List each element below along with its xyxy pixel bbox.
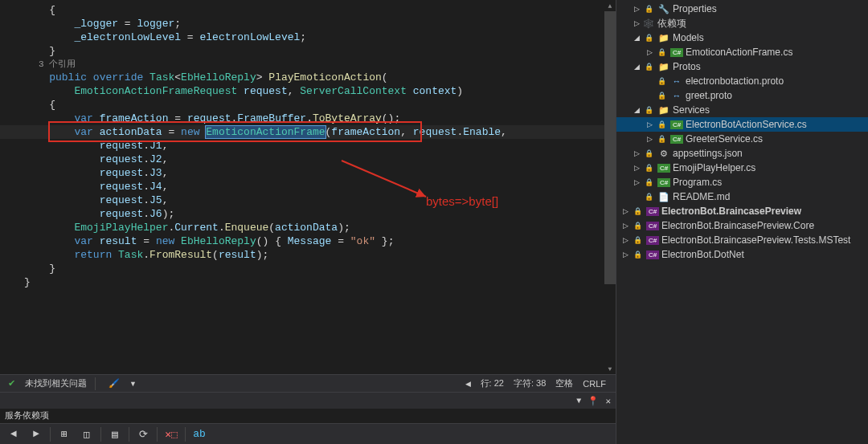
- editor-statusbar: ✔ 未找到相关问题 🖌️ ▼ ◀ 行: 22 字符: 38 空格 CRLF: [0, 374, 616, 392]
- tree-item-services-folder[interactable]: ◢🔒📁Services: [616, 103, 868, 117]
- tree-item-cs-file[interactable]: ▷🔒C#EmojiPlayHelper.cs: [616, 161, 868, 175]
- toolbar-icon[interactable]: ✕⬚: [161, 426, 182, 443]
- code-line-active[interactable]: var actionData = new EmoticonActionFrame…: [0, 125, 616, 139]
- scroll-down-icon[interactable]: ▼: [604, 363, 616, 374]
- tree-item-cs-file[interactable]: ▷🔒C#Program.cs: [616, 175, 868, 189]
- tree-item-protos-folder[interactable]: ◢🔒📁Protos: [616, 59, 868, 74]
- close-panel-icon[interactable]: ✕: [605, 396, 611, 406]
- code-line[interactable]: public override Task<EbHelloReply> PlayE…: [0, 71, 616, 84]
- toolbar-icon[interactable]: ▤: [104, 426, 125, 443]
- toolbar-icon[interactable]: ⟳: [133, 426, 154, 443]
- tree-item-project[interactable]: ▷🔒C#ElectronBot.BraincasePreview.Core: [616, 218, 868, 233]
- code-line[interactable]: var frameAction = request.FrameBuffer.To…: [0, 112, 616, 125]
- scroll-thumb[interactable]: [604, 11, 616, 284]
- tree-item-proto-file[interactable]: 🔒↔greet.proto: [616, 88, 868, 103]
- line-indicator[interactable]: 行: 22: [481, 377, 504, 389]
- tree-item-models-folder[interactable]: ◢🔒📁Models: [616, 31, 868, 45]
- toolbar-icon[interactable]: ⊞: [54, 426, 75, 443]
- panel-title: 服务依赖项: [0, 409, 616, 423]
- code-line[interactable]: request.J2,: [0, 153, 616, 166]
- code-line[interactable]: request.J6);: [0, 207, 616, 221]
- code-line[interactable]: {: [0, 3, 616, 17]
- issues-ok-icon[interactable]: ✔: [3, 377, 20, 390]
- code-line[interactable]: }: [0, 44, 616, 58]
- tree-item-json-file[interactable]: ▷🔒⚙appsettings.json: [616, 146, 868, 161]
- code-line[interactable]: var result = new EbHelloReply() { Messag…: [0, 234, 616, 248]
- toolbar-icon[interactable]: ◫: [76, 426, 97, 443]
- tree-item-md-file[interactable]: 🔒📄README.md: [616, 189, 868, 204]
- tree-item-proto-file[interactable]: 🔒↔electronbotaction.proto: [616, 74, 868, 88]
- code-line[interactable]: request.J3,: [0, 166, 616, 180]
- tree-item-dependencies[interactable]: ▷🕸️依赖项: [616, 16, 868, 31]
- scroll-up-icon[interactable]: ▲: [604, 0, 616, 11]
- code-editor[interactable]: { _logger = logger; _electronLowLevel = …: [0, 0, 616, 444]
- col-indicator[interactable]: 字符: 38: [514, 377, 546, 389]
- code-line[interactable]: _electronLowLevel = electronLowLevel;: [0, 31, 616, 44]
- crlf-indicator[interactable]: CRLF: [583, 379, 606, 389]
- code-line[interactable]: _logger = logger;: [0, 17, 616, 31]
- tree-item-project[interactable]: ▷🔒C#ElectronBot.BraincasePreview.Tests.M…: [616, 233, 868, 247]
- code-line[interactable]: EmoticonActionFrameRequest request, Serv…: [0, 84, 616, 98]
- tree-item-cs-file[interactable]: ▷🔒C#EmoticonActionFrame.cs: [616, 45, 868, 59]
- code-line[interactable]: request.J4,: [0, 180, 616, 193]
- tree-item-cs-file[interactable]: ▷🔒C#GreeterService.cs: [616, 132, 868, 146]
- code-line[interactable]: return Task.FromResult(result);: [0, 248, 616, 262]
- vertical-scrollbar[interactable]: ▲ ▼: [604, 0, 616, 374]
- code-line[interactable]: }: [0, 275, 616, 289]
- toolbar-fwd-icon[interactable]: ►: [26, 426, 47, 443]
- code-line[interactable]: }: [0, 262, 616, 275]
- bottom-toolbar: ◄ ► ⊞ ◫ ▤ ⟳ ✕⬚ ab: [0, 423, 616, 444]
- brush-icon[interactable]: 🖌️: [104, 377, 125, 390]
- pin-icon[interactable]: 📍: [588, 396, 599, 406]
- issues-text[interactable]: 未找到相关问题: [25, 377, 87, 389]
- tree-item-project[interactable]: ▷🔒C#ElectronBot.DotNet: [616, 247, 868, 262]
- code-line[interactable]: {: [0, 98, 616, 112]
- code-line[interactable]: request.J5,: [0, 193, 616, 207]
- nav-back-icon[interactable]: ◀: [465, 380, 471, 388]
- annotation-text: bytes=>byte[]: [426, 194, 498, 208]
- solution-explorer[interactable]: ▷🔒🔧Properties ▷🕸️依赖项 ◢🔒📁Models ▷🔒C#Emoti…: [616, 0, 868, 444]
- toolbar-back-icon[interactable]: ◄: [3, 426, 24, 443]
- code-line[interactable]: request.J1,: [0, 139, 616, 153]
- dropdown-icon[interactable]: ▼: [576, 397, 581, 405]
- toolbar-icon[interactable]: ab: [189, 426, 210, 443]
- tree-item-cs-file-selected[interactable]: ▷🔒C#ElectronBotActionService.cs: [616, 117, 868, 132]
- code-line[interactable]: EmojiPlayHelper.Current.Enqueue(actionDa…: [0, 221, 616, 234]
- tree-item-properties[interactable]: ▷🔒🔧Properties: [616, 2, 868, 16]
- spaces-indicator[interactable]: 空格: [555, 377, 573, 389]
- tree-item-project[interactable]: ▷🔒C#ElectronBot.BraincasePreview: [616, 204, 868, 218]
- codelens[interactable]: 3 个引用: [0, 58, 616, 71]
